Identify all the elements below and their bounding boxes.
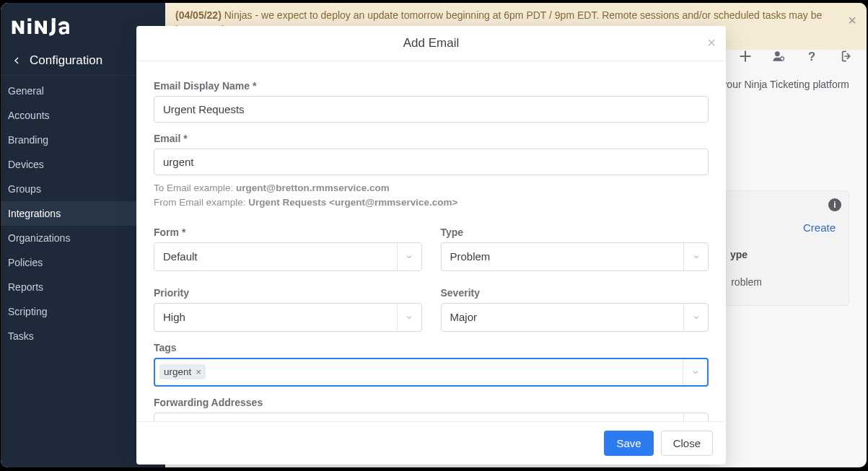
- svg-rect-1: [27, 18, 31, 21]
- severity-select[interactable]: Major: [441, 303, 709, 332]
- chevron-down-icon: [683, 304, 708, 331]
- type-value: Problem: [442, 250, 684, 263]
- email-input[interactable]: [154, 149, 709, 175]
- chevron-down-icon: [397, 304, 421, 331]
- add-email-modal: Add Email × Email Display Name * Email *…: [136, 26, 726, 465]
- label-type: Type: [441, 226, 709, 238]
- modal-footer: Save Close: [136, 421, 726, 465]
- close-button[interactable]: Close: [661, 431, 713, 456]
- chevron-down-icon: [397, 243, 421, 270]
- forwarding-field[interactable]: [154, 421, 683, 421]
- label-severity: Severity: [441, 287, 709, 299]
- chevron-down-icon: [683, 359, 707, 385]
- tags-input[interactable]: urgent×: [154, 358, 709, 387]
- forwarding-input[interactable]: [154, 413, 709, 422]
- label-form: Form *: [154, 226, 422, 238]
- priority-select[interactable]: High: [154, 303, 422, 332]
- modal-body: Email Display Name * Email * To Email ex…: [136, 61, 726, 421]
- label-tags: Tags: [154, 342, 709, 353]
- tag-remove-icon[interactable]: ×: [196, 366, 201, 377]
- config-label: Configuration: [30, 53, 102, 68]
- chevron-down-icon: [683, 413, 708, 422]
- arrow-left-icon: [11, 55, 22, 66]
- label-display-name: Email Display Name *: [154, 80, 709, 92]
- label-email: Email *: [154, 133, 709, 144]
- modal-title: Add Email: [403, 36, 459, 50]
- form-select[interactable]: Default: [154, 242, 422, 271]
- tag-label: urgent: [164, 366, 191, 377]
- svg-rect-3: [52, 18, 56, 21]
- email-help: To Email example: urgent@bretton.rmmserv…: [154, 181, 709, 211]
- form-value: Default: [154, 250, 397, 263]
- severity-value: Major: [442, 311, 684, 323]
- tag-chip: urgent×: [159, 364, 206, 379]
- save-button[interactable]: Save: [604, 431, 653, 456]
- chevron-down-icon: [683, 243, 708, 270]
- display-name-input[interactable]: [154, 96, 709, 123]
- modal-close-icon[interactable]: ×: [707, 35, 716, 51]
- type-select[interactable]: Problem: [441, 242, 709, 271]
- modal-header: Add Email ×: [136, 26, 726, 61]
- label-forwarding: Forwarding Addresses: [154, 397, 709, 408]
- label-priority: Priority: [154, 287, 422, 299]
- svg-rect-0: [27, 23, 31, 34]
- priority-value: High: [154, 311, 397, 323]
